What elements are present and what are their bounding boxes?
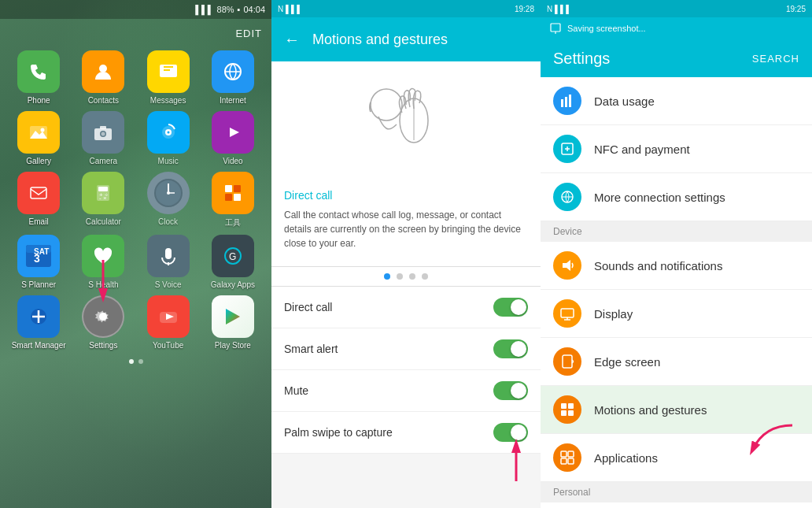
motions-panel: N ▌▌▌ 19:28 ← Motions and gestures Direc… bbox=[271, 0, 541, 508]
motions-signal: N ▌▌▌ bbox=[278, 5, 302, 13]
settings-list: Data usage NFC and payment More connecti… bbox=[541, 77, 812, 508]
internet-icon bbox=[212, 50, 254, 93]
gesture-dot-2 bbox=[397, 273, 403, 280]
app-svoice[interactable]: S Voice bbox=[139, 235, 197, 289]
svg-rect-9 bbox=[100, 126, 106, 129]
direct-call-label: Direct call bbox=[284, 301, 332, 313]
svg-text:G: G bbox=[229, 251, 236, 262]
settings-panel: N ▌▌▌ 19:25 Saving screenshot... Setting… bbox=[541, 0, 812, 508]
motions-status-bar: N ▌▌▌ 19:28 bbox=[271, 0, 541, 17]
camera-label: Camera bbox=[90, 157, 118, 165]
personal-section-header: Personal bbox=[541, 482, 812, 502]
app-music[interactable]: Music bbox=[139, 111, 197, 165]
applications-label: Applications bbox=[594, 451, 658, 465]
smart-alert-toggle[interactable] bbox=[493, 339, 528, 358]
app-youtube[interactable]: YouTube bbox=[139, 295, 197, 350]
home-status-bar: ▌▌▌ 88% ▪ 04:04 bbox=[0, 0, 271, 19]
svg-rect-48 bbox=[561, 99, 563, 107]
display-icon bbox=[553, 299, 581, 328]
home-screen: ▌▌▌ 88% ▪ 04:04 EDIT Phone Contacts Mess… bbox=[0, 0, 271, 508]
toggle-arrow bbox=[496, 438, 536, 485]
video-label: Video bbox=[223, 157, 242, 165]
palm-swipe-toggle[interactable] bbox=[493, 423, 528, 442]
svg-rect-61 bbox=[568, 410, 574, 416]
app-internet[interactable]: Internet bbox=[204, 50, 262, 105]
splanner-icon: SAT3 bbox=[17, 235, 60, 277]
svg-rect-24 bbox=[225, 185, 232, 192]
palm-swipe-item[interactable]: Palm swipe to capture bbox=[271, 412, 541, 454]
mute-toggle[interactable] bbox=[493, 381, 528, 400]
back-button[interactable]: ← bbox=[284, 31, 300, 49]
motions-icon bbox=[553, 395, 581, 424]
app-splanner[interactable]: SAT3 S Planner bbox=[9, 235, 68, 289]
more-conn-icon bbox=[553, 183, 581, 211]
svg-rect-32 bbox=[165, 248, 172, 259]
settings-item-wallpaper[interactable]: Wallpaper bbox=[541, 502, 812, 508]
search-button[interactable]: SEARCH bbox=[752, 53, 799, 65]
galaxyapps-label: Galaxy Apps bbox=[211, 280, 255, 289]
settings-item-nfc[interactable]: NFC and payment bbox=[541, 125, 812, 173]
contacts-icon bbox=[82, 50, 124, 93]
smart-alert-label: Smart alert bbox=[284, 343, 338, 355]
app-email[interactable]: Email bbox=[9, 172, 68, 228]
settings-item-applications[interactable]: Applications bbox=[541, 434, 812, 482]
smart-alert-item[interactable]: Smart alert bbox=[271, 328, 541, 370]
screenshot-bar: Saving screenshot... bbox=[541, 17, 812, 39]
svg-point-12 bbox=[167, 132, 169, 134]
phone-label: Phone bbox=[28, 96, 50, 105]
app-clock[interactable]: Clock bbox=[139, 172, 197, 228]
settings-item-data-usage[interactable]: Data usage bbox=[541, 77, 812, 125]
app-tools[interactable]: 工具 bbox=[204, 172, 262, 228]
gallery-icon bbox=[17, 111, 60, 154]
app-smartmgr[interactable]: Smart Manager bbox=[9, 295, 68, 350]
camera-icon bbox=[82, 111, 124, 154]
app-video[interactable]: Video bbox=[204, 111, 262, 165]
svoice-label: S Voice bbox=[155, 280, 182, 289]
settings-header: Settings SEARCH bbox=[541, 39, 812, 77]
edit-button[interactable]: EDIT bbox=[235, 28, 262, 39]
svg-rect-50 bbox=[569, 95, 571, 107]
motions-label: Motions and gestures bbox=[594, 403, 707, 417]
settings-item-display[interactable]: Display bbox=[541, 290, 812, 338]
app-galaxyapps[interactable]: G Galaxy Apps bbox=[204, 235, 262, 289]
clock-icon bbox=[147, 172, 190, 214]
gesture-hand-drawing bbox=[367, 77, 445, 164]
svg-rect-26 bbox=[225, 194, 232, 201]
time-text: 04:04 bbox=[243, 5, 265, 14]
gesture-description: Direct call Call the contact whose call … bbox=[271, 180, 541, 267]
youtube-icon bbox=[147, 295, 190, 338]
svg-rect-54 bbox=[561, 309, 574, 317]
settings-item-more-conn[interactable]: More connection settings bbox=[541, 173, 812, 221]
applications-icon bbox=[553, 443, 581, 472]
device-section-header: Device bbox=[541, 221, 812, 242]
email-label: Email bbox=[29, 217, 49, 226]
settings-item-sounds[interactable]: Sounds and notifications bbox=[541, 242, 812, 290]
svg-rect-46 bbox=[551, 24, 560, 32]
mute-item[interactable]: Mute bbox=[271, 370, 541, 412]
svg-rect-65 bbox=[561, 458, 567, 464]
svg-text:3: 3 bbox=[34, 252, 40, 265]
smartmgr-label: Smart Manager bbox=[12, 341, 66, 350]
svg-rect-63 bbox=[561, 451, 567, 457]
app-gallery[interactable]: Gallery bbox=[9, 111, 68, 165]
app-playstore[interactable]: Play Store bbox=[204, 295, 262, 350]
svg-point-23 bbox=[167, 191, 170, 195]
direct-call-item[interactable]: Direct call bbox=[271, 287, 541, 328]
settings-item-motions[interactable]: Motions and gestures bbox=[541, 386, 812, 434]
gesture-dots bbox=[271, 267, 541, 287]
svg-point-5 bbox=[41, 128, 45, 132]
settings-time: 19:25 bbox=[786, 5, 806, 13]
app-phone[interactable]: Phone bbox=[9, 50, 68, 105]
youtube-label: YouTube bbox=[153, 341, 183, 350]
data-usage-label: Data usage bbox=[594, 95, 655, 108]
direct-call-toggle[interactable] bbox=[493, 298, 528, 317]
app-camera[interactable]: Camera bbox=[74, 111, 132, 165]
app-calculator[interactable]: + ÷- × Calculator bbox=[74, 172, 132, 228]
svoice-icon bbox=[147, 235, 190, 277]
display-label: Display bbox=[594, 307, 633, 321]
app-contacts[interactable]: Contacts bbox=[74, 50, 132, 105]
settings-item-edge[interactable]: Edge screen bbox=[541, 338, 812, 386]
svg-rect-60 bbox=[561, 410, 567, 416]
app-messages[interactable]: Messages bbox=[139, 50, 197, 105]
app-settings[interactable]: Settings bbox=[74, 295, 132, 350]
